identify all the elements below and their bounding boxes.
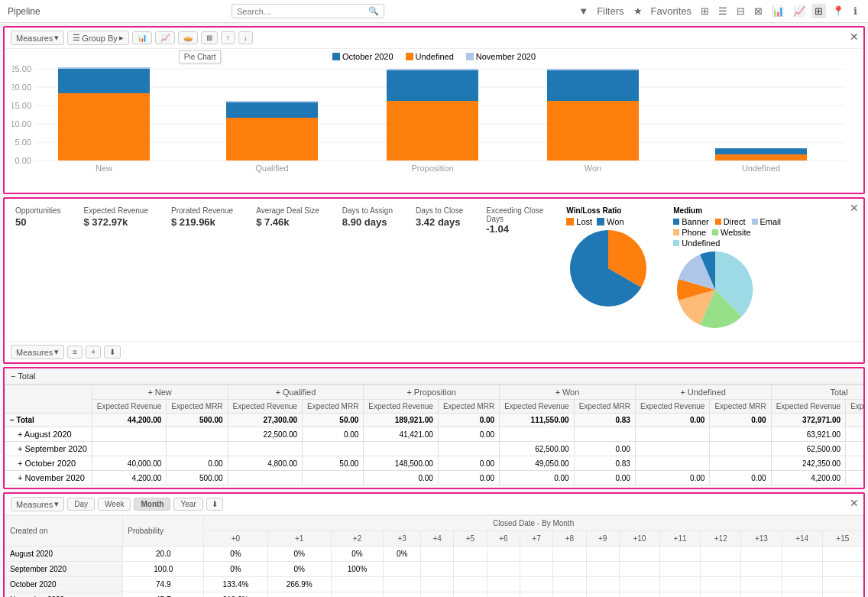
pivot-cell: 0.00 xyxy=(846,427,863,442)
cohort-cell xyxy=(520,577,552,592)
cohort-row: August 202020.00%0%0%0% xyxy=(5,547,863,562)
pie-chart-btn[interactable]: 🥧 Pie Chart xyxy=(178,31,198,44)
table-view-btn[interactable]: ⊠ xyxy=(201,31,218,44)
pivot-row: − Total 44,200.00 500.00 27,300.00 50.00… xyxy=(5,414,864,427)
kanban-icon[interactable]: ⊟ xyxy=(734,4,748,18)
pivot-cell: 0.00 xyxy=(167,456,228,471)
favorites-button[interactable]: ★ Favorites xyxy=(630,4,695,18)
bar-chart-btn[interactable]: 📊 xyxy=(132,31,152,44)
measures-button[interactable]: Measures ▾ xyxy=(11,31,64,45)
grid-icon[interactable]: ⊞ xyxy=(698,4,712,18)
win-loss-legend: Lost Won xyxy=(566,217,650,226)
pivot-row-label[interactable]: + September 2020 xyxy=(5,442,92,456)
pivot-row-label[interactable]: + November 2020 xyxy=(5,471,92,485)
cohort-month-th: +14 xyxy=(782,531,822,547)
pivot-header-row2: Expected Revenue Expected MRR Expected R… xyxy=(5,400,864,414)
section4-close-button[interactable]: ✕ xyxy=(850,497,859,509)
cohort-th-main: Closed Date - By Month xyxy=(204,516,863,531)
cohort-cell xyxy=(520,562,552,577)
table-icon[interactable]: ⊠ xyxy=(751,4,766,18)
col-new-header: + New xyxy=(92,385,228,400)
pivot-row: + November 2020 4,200.00 500.00 0.00 0.0… xyxy=(5,471,864,485)
period-month-btn[interactable]: Month xyxy=(134,498,170,511)
cohort-cell xyxy=(701,592,741,598)
line-chart-icon[interactable]: 📈 xyxy=(790,4,808,18)
period-week-btn[interactable]: Week xyxy=(98,498,131,511)
info-icon[interactable]: ℹ xyxy=(850,4,860,18)
period-day-btn[interactable]: Day xyxy=(67,498,95,511)
add-btn[interactable]: + xyxy=(86,346,101,359)
pivot-cell: 44,200.00 xyxy=(92,414,167,427)
pivot-cell: 0.00 xyxy=(438,427,499,442)
cohort-month-th: +8 xyxy=(553,531,586,547)
cohort-cell xyxy=(420,547,453,562)
dot-phone xyxy=(673,229,679,235)
cohort-th-prob: Probability xyxy=(123,516,204,547)
svg-text:15.00: 15.00 xyxy=(12,101,31,110)
chart-toolbar: Measures ▾ ☰ Group By ▸ 📊 📈 🥧 Pie Chart … xyxy=(5,28,863,49)
new-expand[interactable]: + xyxy=(148,388,153,397)
download-btn[interactable]: ⬇ xyxy=(104,346,121,359)
cohort-cell xyxy=(660,577,701,592)
pivot-cell: 40,000.00 xyxy=(92,456,167,471)
pivot-row-label[interactable]: + October 2020 xyxy=(5,456,92,471)
expand-total-icon[interactable]: − Total xyxy=(11,372,36,381)
cohort-cell xyxy=(420,577,453,592)
svg-text:Undefined: Undefined xyxy=(742,164,780,173)
th-qual-exp-mrr: Expected MRR xyxy=(303,400,364,414)
filter-icon: ▼ xyxy=(575,4,591,18)
cohort-month-th: +15 xyxy=(822,531,863,547)
kpi-value-opps: 50 xyxy=(15,216,60,228)
win-loss-pie-svg xyxy=(566,226,650,310)
won-expand[interactable]: + xyxy=(555,388,560,397)
cohort-cell: 218.6% xyxy=(204,592,267,598)
map-icon[interactable]: 📍 xyxy=(829,4,847,18)
pivot-cell xyxy=(635,427,710,442)
kpi-label-exceed2: Days xyxy=(486,215,543,223)
cohort-month-th: +11 xyxy=(660,531,701,547)
th-new-exp-rev: Expected Revenue xyxy=(92,400,167,414)
sort-asc-btn[interactable]: ↑ xyxy=(221,31,235,44)
cohort-cell xyxy=(384,577,421,592)
search-input[interactable] xyxy=(237,7,368,16)
pivot-icon[interactable]: ⊞ xyxy=(811,4,826,18)
undef-expand[interactable]: + xyxy=(681,388,685,397)
compare-btn[interactable]: ≡ xyxy=(67,346,83,359)
list-icon[interactable]: ☰ xyxy=(715,4,730,18)
pivot-cell: 189,921.00 xyxy=(364,414,439,427)
cohort-month-th: +4 xyxy=(420,531,453,547)
pivot-cell: 0.83 xyxy=(574,456,635,471)
svg-rect-29 xyxy=(715,148,807,154)
section1-close-button[interactable]: ✕ xyxy=(850,31,859,43)
legend-dot-undef xyxy=(406,53,413,60)
kpi-days-close: Days to Close 3.42 days xyxy=(416,206,463,228)
pivot-cell xyxy=(500,427,575,442)
bar-chart-icon[interactable]: 📊 xyxy=(769,4,787,18)
kpi-days-assign: Days to Assign 8.90 days xyxy=(342,206,393,228)
cohort-cell xyxy=(384,562,421,577)
pivot-row-label[interactable]: + August 2020 xyxy=(5,427,92,442)
measures-btn3[interactable]: Measures ▾ xyxy=(11,497,64,511)
cohort-row: September 2020100.00%0%100% xyxy=(5,562,863,577)
cohort-row-label: August 2020 xyxy=(5,547,123,562)
cohort-section: Measures ▾ Day Week Month Year ⬇ ✕ Creat… xyxy=(3,492,865,597)
group-by-button[interactable]: ☰ Group By ▸ xyxy=(67,31,128,45)
measures-btn2[interactable]: Measures ▾ xyxy=(11,345,64,359)
search-box[interactable]: 🔍 xyxy=(232,4,384,18)
qual-expand[interactable]: + xyxy=(276,388,280,397)
period-year-btn[interactable]: Year xyxy=(173,498,202,511)
bar-chart-svg: 25.00 20.00 15.00 10.00 5.00 0.00 New Qu… xyxy=(12,63,853,177)
pivot-cell: 0.00 xyxy=(574,442,635,456)
pivot-cell: 22,500.00 xyxy=(228,427,303,442)
line-chart-btn[interactable]: 📈 xyxy=(155,31,175,44)
svg-rect-22 xyxy=(387,69,478,70)
section2-close-button[interactable]: ✕ xyxy=(850,202,859,214)
sort-desc-btn[interactable]: ↓ xyxy=(238,31,253,44)
pivot-cell: 500.00 xyxy=(167,471,228,485)
filter-button[interactable]: ▼ Filters xyxy=(575,4,627,18)
prop-expand[interactable]: + xyxy=(407,388,412,397)
download-cohort-btn[interactable]: ⬇ xyxy=(206,498,223,511)
win-loss-title: Win/Loss Ratio xyxy=(566,206,650,215)
cohort-cell xyxy=(782,577,822,592)
legend-dot-oct xyxy=(332,53,340,60)
